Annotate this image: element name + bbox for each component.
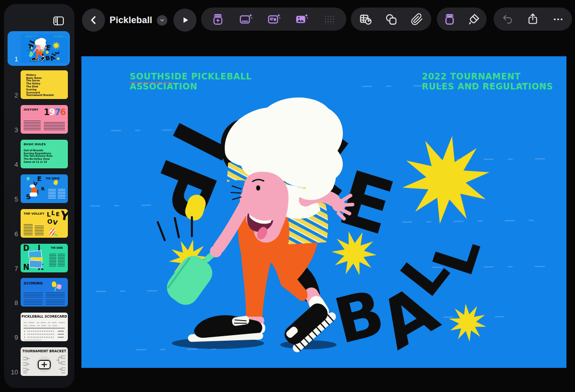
volley-title: THE VOLLEY: [24, 212, 44, 215]
attach-button[interactable]: [406, 8, 428, 30]
play-button[interactable]: [173, 9, 197, 32]
chevron-down-icon: [158, 17, 166, 24]
slide-number: 1: [4, 55, 18, 63]
document-title: Pickleball: [110, 15, 152, 26]
body-text: [58, 189, 65, 200]
balloon-shape: [27, 177, 30, 180]
chart-table-button[interactable]: [354, 8, 376, 30]
body-text: [35, 226, 44, 235]
slide-thumbnail-2[interactable]: 2 HistoryBasic Rules The ServeThe Volley…: [4, 70, 74, 99]
serve-title: THE SERVE: [46, 177, 60, 180]
shapes-button[interactable]: [380, 8, 402, 30]
slide-5-preview: THE SERVE E V R E S: [21, 174, 68, 203]
body-text: [24, 300, 43, 305]
scoring-title: SCORING: [24, 281, 43, 285]
document-title-group[interactable]: Pickleball: [110, 9, 167, 32]
slide-2-preview: HistoryBasic Rules The ServeThe Volley T…: [21, 70, 68, 99]
slide-3-preview: HISTORY 1976: [21, 105, 68, 134]
slide-number: 6: [4, 230, 18, 238]
share-button[interactable]: [522, 8, 544, 30]
grid-options-button[interactable]: [319, 8, 341, 30]
body-text: [49, 254, 56, 267]
ai-themes-button[interactable]: [207, 8, 229, 30]
play-icon: [179, 14, 191, 26]
more-button[interactable]: [547, 8, 569, 30]
share-icon: [526, 13, 539, 26]
slide-1-preview: [21, 34, 68, 63]
slide-number: 8: [4, 299, 18, 307]
ellipsis-icon: [552, 13, 564, 26]
paddle-shape: [53, 179, 59, 185]
slide-number: 10: [4, 368, 18, 376]
sidebar-toggle-icon: [52, 14, 65, 28]
popsicle-stick: [54, 233, 58, 236]
history-title: HISTORY: [24, 108, 38, 111]
slide-thumbnail-3[interactable]: 3 HISTORY 1976: [4, 105, 74, 134]
slide-7-preview: D I N K THE DINK: [21, 244, 68, 272]
dot-grid-icon: [324, 15, 335, 24]
slide-4-preview: BASIC RULES Out-of-BoundsServing Regulat…: [21, 140, 68, 168]
undo-button[interactable]: [497, 8, 519, 30]
figure-skirt: [30, 192, 37, 197]
back-button[interactable]: [82, 9, 105, 32]
slide-6-preview: THE VOLLEY L L E O V Y: [21, 209, 68, 238]
ball-shape: [56, 284, 62, 289]
body-text: [24, 292, 43, 298]
slide-canvas[interactable]: [81, 56, 566, 368]
shapes-icon: [385, 13, 398, 26]
title-menu-button[interactable]: [157, 15, 167, 26]
slide-thumbnail-6[interactable]: 6 THE VOLLEY L L E O V Y: [4, 209, 74, 238]
rules-title: BASIC RULES: [24, 142, 46, 146]
toc-list: HistoryBasic Rules The ServeThe Volley T…: [26, 73, 68, 96]
slide-number: 7: [4, 265, 18, 272]
slide-number: 5: [4, 195, 18, 203]
body-text: [46, 292, 65, 298]
insert-tools-group: [201, 8, 346, 31]
bracket-diagram: [21, 347, 68, 376]
slide-8-preview: SCORING: [21, 278, 68, 307]
add-image-button[interactable]: [291, 8, 313, 30]
text-slide-sparkle-icon: [267, 12, 281, 26]
undo-icon: [502, 13, 514, 26]
body-text: [24, 224, 33, 235]
paint-brush-icon: [467, 13, 481, 26]
document-actions-group: [494, 8, 572, 31]
slide-navigator: 1 2 HistoryBasic Rules The ServeThe Voll…: [4, 4, 74, 388]
slide-thumbnail-9[interactable]: 9 PICKLEBALL SCORECARD: [4, 313, 74, 341]
back-chevron-icon: [87, 14, 100, 26]
table-chart-icon: [359, 13, 372, 26]
sidebar-toggle-button[interactable]: [49, 12, 67, 29]
slide-number: 3: [4, 126, 18, 134]
year-1976: 1976: [44, 107, 65, 117]
slide-thumbnail-10[interactable]: 10 TOURNAMENT BRACKET: [4, 347, 74, 376]
scorecard-table: [21, 319, 68, 341]
format-tools-group: [437, 8, 487, 31]
slide-10-preview: TOURNAMENT BRACKET: [21, 347, 68, 376]
paperclip-icon: [411, 13, 423, 26]
new-slide-sparkle-icon: [239, 12, 253, 26]
slide-number: 9: [4, 334, 18, 341]
slide-thumbnail-8[interactable]: 8 SCORING: [4, 278, 74, 307]
slide-thumbnail-4[interactable]: 4 BASIC RULES Out-of-BoundsServing Regul…: [4, 140, 74, 168]
tulip-shape: [51, 281, 57, 287]
slide-thumbnail-5[interactable]: 5 THE SERVE E V R E S: [4, 174, 74, 203]
body-text: [58, 254, 65, 267]
themes-jar-sparkle-icon: [211, 13, 225, 26]
format-panel-button[interactable]: [439, 8, 461, 30]
format-brush-button[interactable]: [462, 8, 485, 30]
image-sparkle-icon: [295, 12, 309, 26]
rules-list: Out-of-BoundsServing Regulations The Two…: [24, 149, 68, 163]
slide-thumbnail-1[interactable]: 1: [4, 34, 74, 63]
body-text: [46, 300, 65, 305]
content-tools-group: [351, 8, 431, 31]
slide-9-preview: PICKLEBALL SCORECARD: [21, 313, 68, 341]
add-slide-button[interactable]: [235, 8, 257, 30]
add-text-slide-button[interactable]: [263, 8, 285, 30]
slide-number: 4: [4, 161, 18, 168]
slide-number: 2: [4, 91, 18, 99]
photo-card: [29, 260, 43, 268]
body-text: [24, 121, 41, 131]
slide-1-artwork: [81, 56, 566, 368]
dink-title: THE DINK: [51, 247, 63, 249]
slide-thumbnail-7[interactable]: 7 D I N K THE DINK: [4, 244, 74, 272]
